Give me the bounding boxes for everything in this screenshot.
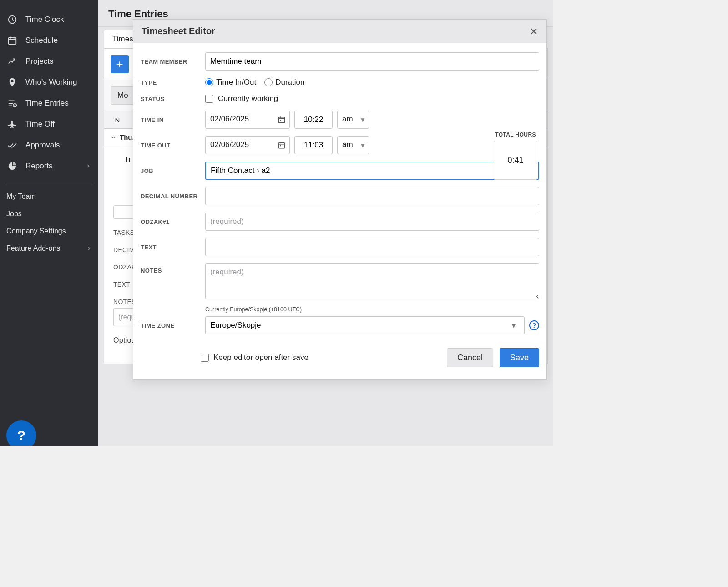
label-type: TYPE [141, 79, 201, 86]
chevron-down-icon: ▾ [512, 321, 516, 330]
save-button[interactable]: Save [500, 348, 539, 367]
svg-rect-5 [278, 143, 285, 148]
decimal-input[interactable] [205, 187, 539, 205]
sidebar-sub-jobs[interactable]: Jobs [0, 205, 98, 223]
svg-rect-1 [9, 38, 16, 45]
sidebar-sub-feature-addons[interactable]: Feature Add-ons [0, 240, 98, 257]
odzak-input[interactable] [205, 213, 539, 231]
time-out-date-input[interactable]: 02/06/2025 [205, 136, 290, 154]
pie-chart-icon [7, 161, 17, 171]
sidebar-sub-company-settings[interactable]: Company Settings [0, 223, 98, 240]
keep-open-checkbox[interactable] [201, 354, 209, 362]
ampm-value: am [342, 140, 353, 149]
cancel-button[interactable]: Cancel [447, 348, 493, 367]
time-out-ampm-select[interactable]: am ▾ [337, 136, 369, 154]
sidebar-item-label: Schedule [25, 36, 58, 45]
time-in-date-input[interactable]: 02/06/2025 [205, 111, 290, 129]
sidebar-item-label: Time Clock [25, 15, 64, 24]
team-member-input[interactable] [205, 52, 539, 71]
label-total-hours: TOTAL HOURS [494, 132, 537, 138]
modal-footer: Keep editor open after save Cancel Save [141, 338, 539, 370]
double-check-icon [7, 140, 17, 150]
sidebar-item-time-off[interactable]: Time Off [0, 114, 98, 135]
label-odzak: ODZAK#1 [141, 218, 201, 225]
calendar-icon [7, 35, 17, 46]
clock-icon [7, 15, 17, 25]
radio-duration[interactable] [264, 78, 273, 86]
sidebar: Time Clock Schedule Projects Who's Worki… [0, 0, 98, 446]
notes-textarea[interactable] [205, 263, 539, 299]
timezone-note: Currently Europe/Skopje (+0100 UTC) [205, 306, 539, 313]
svg-rect-3 [278, 117, 285, 123]
svg-rect-4 [280, 120, 281, 121]
calendar-icon [278, 141, 286, 149]
pin-icon [7, 77, 17, 87]
calendar-icon [278, 116, 286, 124]
modal-title: Timesheet Editor [142, 26, 215, 36]
label-job: JOB [141, 167, 201, 174]
keep-open-label: Keep editor open after save [213, 353, 308, 362]
sidebar-item-label: Who's Working [25, 78, 77, 87]
date-value: 02/06/2025 [210, 140, 249, 149]
time-in-time-input[interactable] [294, 111, 333, 129]
sidebar-item-label: Time Off [25, 120, 55, 129]
sidebar-sub-label: My Team [6, 192, 36, 201]
sidebar-item-time-entries[interactable]: Time Entries [0, 93, 98, 114]
sidebar-item-label: Approvals [25, 141, 60, 150]
svg-rect-6 [280, 145, 281, 146]
modal-body: TEAM MEMBER TYPE Time In/Out Duration ST… [133, 43, 546, 379]
add-entry-button[interactable]: + [111, 55, 129, 73]
date-value: 02/06/2025 [210, 115, 249, 123]
time-out-time-input[interactable] [294, 136, 333, 154]
status-checkbox-wrap[interactable]: Currently working [205, 94, 278, 103]
sidebar-sub-my-team[interactable]: My Team [0, 188, 98, 205]
sidebar-item-label: Reports [25, 162, 53, 171]
sidebar-sub-label: Jobs [6, 210, 22, 218]
column-header: N [111, 116, 124, 124]
label-text: TEXT [141, 244, 201, 251]
month-filter[interactable]: Mo [111, 86, 135, 105]
checkbox-label: Currently working [218, 94, 278, 103]
plus-icon: + [116, 57, 123, 71]
chevron-down-icon: ▾ [361, 115, 365, 125]
radio-label: Duration [275, 78, 304, 87]
chart-line-icon [7, 56, 17, 66]
job-input[interactable] [205, 162, 539, 180]
sidebar-item-reports[interactable]: Reports [0, 156, 98, 177]
label-status: STATUS [141, 96, 201, 102]
sidebar-separator [6, 183, 92, 183]
radio-label: Time In/Out [216, 78, 256, 87]
currently-working-checkbox[interactable] [205, 95, 213, 103]
sidebar-sub-label: Feature Add-ons [6, 244, 60, 253]
timezone-select[interactable] [205, 316, 525, 334]
modal-header: Timesheet Editor [133, 20, 546, 43]
help-bubble-button[interactable]: ? [6, 420, 36, 446]
chevron-right-icon [86, 163, 91, 169]
plane-icon [7, 119, 17, 129]
chevron-up-icon [111, 135, 116, 140]
sidebar-item-whos-working[interactable]: Who's Working [0, 72, 98, 93]
keep-open-wrap[interactable]: Keep editor open after save [201, 353, 308, 362]
label-timezone: TIME ZONE [141, 322, 201, 329]
time-in-ampm-select[interactable]: am ▾ [337, 111, 369, 129]
chevron-down-icon: ▾ [361, 141, 365, 150]
label-decimal: DECIMAL NUMBER [141, 193, 201, 200]
sidebar-item-approvals[interactable]: Approvals [0, 135, 98, 156]
label-team-member: TEAM MEMBER [141, 58, 201, 65]
type-radio-duration[interactable]: Duration [264, 78, 304, 87]
label-time-in: TIME IN [141, 116, 201, 123]
radio-timeinout[interactable] [205, 78, 213, 86]
label-notes: NOTES [141, 263, 201, 274]
question-icon: ? [17, 428, 25, 443]
sidebar-item-label: Projects [25, 57, 53, 66]
sidebar-item-time-clock[interactable]: Time Clock [0, 9, 98, 30]
date-label: Thu, [120, 133, 134, 141]
close-button[interactable] [529, 27, 538, 36]
label-time-out: TIME OUT [141, 142, 201, 149]
text-input[interactable] [205, 238, 539, 256]
help-icon[interactable]: ? [529, 320, 539, 330]
timesheet-editor-modal: Timesheet Editor TEAM MEMBER TYPE Time I… [133, 19, 547, 380]
sidebar-item-projects[interactable]: Projects [0, 51, 98, 72]
type-radio-timeinout[interactable]: Time In/Out [205, 78, 256, 87]
sidebar-item-schedule[interactable]: Schedule [0, 30, 98, 51]
